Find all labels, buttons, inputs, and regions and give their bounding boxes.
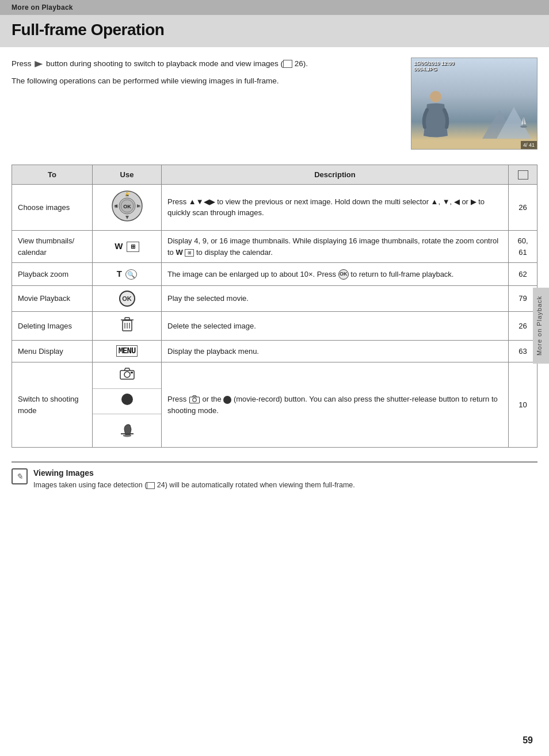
svg-text:⚡: ⚡ — [124, 191, 129, 196]
thumbnail-grid-icon: ⊞ — [127, 242, 139, 252]
table-row: Menu Display MENU Display the playback m… — [12, 341, 537, 362]
ok-inline-icon: OK — [338, 269, 349, 280]
td-use-menu: MENU — [93, 341, 162, 362]
th-to: To — [12, 165, 93, 185]
table-row: Playback zoom T 🔍 The image can be enlar… — [12, 263, 537, 286]
inline-camera-icon — [189, 395, 200, 404]
preview-timestamp: 15/05/2010 12:00 0004.JPG — [414, 60, 455, 72]
mountain-svg — [482, 98, 534, 139]
sidebar-label: More on Playback — [533, 288, 549, 364]
intro-section: Press button during shooting to switch t… — [0, 47, 549, 155]
camera-preview: 15/05/2010 12:00 0004.JPG 4/ 41 — [411, 58, 537, 150]
td-use-choose: ⚡ OK ⚡ ☆ ⊞ OK — [93, 184, 162, 231]
note-content: Viewing Images Images taken using face d… — [33, 468, 537, 491]
table-row: Choose images ⚡ OK — [12, 184, 537, 231]
td-ref-thumbnails: 60, 61 — [509, 231, 537, 263]
svg-point-30 — [193, 398, 196, 401]
to-choose-label: Choose images — [18, 203, 70, 212]
td-desc-movie: Play the selected movie. — [162, 285, 509, 311]
page-number: 59 — [523, 735, 533, 746]
multi-selector-icon: ⚡ OK ⚡ ☆ ⊞ OK — [110, 189, 144, 223]
th-ref — [509, 165, 537, 185]
svg-text:OK: OK — [123, 204, 131, 209]
header-label: More on Playback — [12, 3, 73, 12]
intro-line2: The following operations can be performe… — [12, 75, 399, 87]
td-use-shoot — [93, 362, 162, 448]
svg-point-26 — [124, 372, 130, 377]
shutter-icon-cell — [93, 414, 161, 447]
svg-text:⊞: ⊞ — [115, 204, 118, 208]
td-ref-choose: 26 — [509, 184, 537, 231]
td-use-thumbnails: W ⊞ — [93, 231, 162, 263]
note-pencil-icon: ✎ — [12, 468, 28, 484]
preview-counter: 4/ 41 — [523, 142, 535, 148]
table-row: View thumbnails/calendar W ⊞ Display 4, … — [12, 231, 537, 263]
intro-line1: Press button during shooting to switch t… — [12, 58, 399, 70]
note-ref-icon — [147, 482, 155, 489]
preview-info-bar: 4/ 41 — [521, 141, 537, 149]
td-ref-zoom: 62 — [509, 263, 537, 286]
note-title: Viewing Images — [33, 468, 537, 478]
t-zoom-icon: T 🔍 — [117, 269, 137, 278]
note-section: ✎ Viewing Images Images taken using face… — [12, 461, 537, 491]
td-to-movie: Movie Playback — [12, 285, 93, 311]
w-zoom-icon: W ⊞ — [115, 241, 139, 251]
td-desc-choose: Press ▲▼◀▶ to view the previous or next … — [162, 184, 509, 231]
table-row: Movie Playback OK Play the selected movi… — [12, 285, 537, 311]
trash-icon — [120, 316, 134, 333]
svg-rect-21 — [125, 318, 129, 320]
td-desc-thumbnails: Display 4, 9, or 16 image thumbnails. Wh… — [162, 231, 509, 263]
inline-thumb-icon: ⊞ — [185, 249, 194, 257]
magnify-icon: 🔍 — [125, 269, 137, 280]
note-text: Images taken using face detection ( 24) … — [33, 480, 537, 491]
ok-button-icon: OK — [119, 291, 135, 307]
td-use-delete — [93, 311, 162, 341]
camera-icon-cell — [93, 362, 161, 389]
operations-table: To Use Description Choose images ⚡ — [12, 165, 537, 448]
table-row: Deleting Images Delete the selected imag… — [12, 311, 537, 341]
table-row: Switch to shooting mode — [12, 362, 537, 448]
td-to-menu: Menu Display — [12, 341, 93, 362]
svg-rect-27 — [131, 372, 133, 373]
title-section: Full-frame Operation — [0, 15, 549, 47]
page-title: Full-frame Operation — [12, 21, 537, 39]
td-desc-zoom: The image can be enlarged up to about 10… — [162, 263, 509, 286]
preview-image: 15/05/2010 12:00 0004.JPG 4/ 41 — [411, 58, 537, 149]
td-ref-shoot: 10 — [509, 362, 537, 448]
td-to-zoom: Playback zoom — [12, 263, 93, 286]
th-use: Use — [93, 165, 162, 185]
header-bar: More on Playback — [0, 0, 549, 15]
td-to-delete: Deleting Images — [12, 311, 93, 341]
person-svg — [420, 90, 452, 144]
shutter-icon — [117, 419, 137, 438]
td-desc-menu: Display the playback menu. — [162, 341, 509, 362]
intro-text: Press button during shooting to switch t… — [12, 58, 399, 150]
th-description: Description — [162, 165, 509, 185]
table-header-row: To Use Description — [12, 165, 537, 185]
inline-record-icon — [223, 396, 231, 404]
ref-icon-1 — [283, 60, 292, 68]
td-to-shoot: Switch to shooting mode — [12, 362, 93, 448]
td-desc-delete: Delete the selected image. — [162, 311, 509, 341]
record-circle-icon — [121, 394, 133, 405]
book-ref-header — [518, 170, 528, 180]
td-to-thumbnails: View thumbnails/calendar — [12, 231, 93, 263]
svg-point-4 — [520, 125, 527, 128]
svg-text:☆: ☆ — [138, 204, 141, 208]
movie-record-icon-cell — [93, 389, 161, 414]
td-use-movie: OK — [93, 285, 162, 311]
svg-point-5 — [430, 91, 441, 102]
td-to-choose: Choose images — [12, 184, 93, 231]
td-desc-shoot: Press or the (movie-record) button. You … — [162, 362, 509, 448]
menu-icon: MENU — [116, 345, 138, 357]
td-use-zoom: T 🔍 — [93, 263, 162, 286]
camera-icon — [119, 367, 135, 380]
